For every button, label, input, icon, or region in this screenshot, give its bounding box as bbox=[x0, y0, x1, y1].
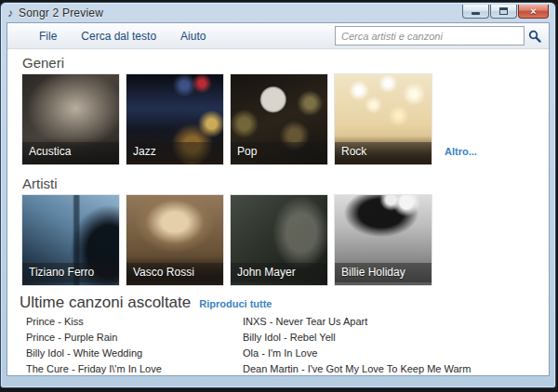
genre-tile-rock[interactable]: Rock bbox=[335, 74, 432, 164]
genre-tile-jazz[interactable]: Jazz bbox=[126, 74, 223, 164]
window-title: Songr 2 Preview bbox=[19, 7, 103, 20]
tile-label: Vasco Rossi bbox=[126, 263, 223, 282]
play-all-link[interactable]: Riproduci tutte bbox=[199, 298, 272, 309]
genres-heading: Generi bbox=[22, 55, 549, 71]
maximize-button[interactable] bbox=[490, 5, 517, 19]
recent-songs: Prince - Kiss Prince - Purple Rain Billy… bbox=[26, 314, 549, 375]
song-item[interactable]: Billy Idol - White Wedding bbox=[26, 346, 243, 361]
tile-label: Acustica bbox=[22, 142, 119, 162]
artists-tile-row: Tiziano Ferro Vasco Rossi John Mayer Bil… bbox=[22, 195, 549, 285]
genre-tile-pop[interactable]: Pop bbox=[231, 74, 327, 164]
tile-label: Tiziano Ferro bbox=[22, 263, 119, 282]
app-window: ♪ Songr 2 Preview × File Cerca dal testo… bbox=[0, 2, 556, 388]
genres-tile-row: Acustica Jazz Pop Rock Altro... bbox=[22, 74, 549, 164]
menu-file[interactable]: File bbox=[35, 27, 60, 46]
song-item[interactable]: Prince - Purple Rain bbox=[26, 330, 243, 346]
tile-label: Jazz bbox=[126, 142, 223, 162]
artist-tile-billie-holiday[interactable]: Billie Holiday bbox=[335, 195, 432, 285]
maximize-icon bbox=[499, 7, 508, 15]
song-item[interactable]: The Cure - Friday I\'m In Love bbox=[26, 361, 243, 375]
tile-label: Rock bbox=[335, 142, 432, 162]
genre-tile-acustica[interactable]: Acustica bbox=[22, 74, 119, 164]
artists-heading: Artisti bbox=[22, 176, 549, 191]
minimize-icon bbox=[472, 12, 480, 15]
client-area: File Cerca dal testo Aiuto Generi Acusti… bbox=[7, 22, 550, 376]
music-note-icon: ♪ bbox=[7, 7, 13, 19]
tile-label: Billie Holiday bbox=[335, 263, 432, 282]
tile-label: Pop bbox=[231, 142, 327, 162]
artist-tile-vasco-rossi[interactable]: Vasco Rossi bbox=[126, 195, 223, 285]
menu-cerca-dal-testo[interactable]: Cerca dal testo bbox=[77, 27, 160, 46]
recent-header-row: Ultime canzoni ascoltate Riproduci tutte bbox=[20, 293, 549, 312]
song-item[interactable]: Ola - I'm In Love bbox=[243, 346, 471, 361]
song-item[interactable]: Prince - Kiss bbox=[26, 314, 243, 330]
search-area bbox=[335, 26, 545, 46]
close-button[interactable]: × bbox=[518, 5, 549, 19]
recent-heading: Ultime canzoni ascoltate bbox=[20, 293, 191, 312]
more-genres-link[interactable]: Altro... bbox=[445, 146, 477, 157]
menu-bar: File Cerca dal testo Aiuto bbox=[7, 23, 549, 49]
songs-column-left: Prince - Kiss Prince - Purple Rain Billy… bbox=[26, 314, 243, 375]
search-input[interactable] bbox=[335, 26, 525, 46]
song-item[interactable]: Dean Martin - I've Got My Love To Keep M… bbox=[243, 361, 471, 375]
songs-column-right: INXS - Never Tear Us Apart Billy Idol - … bbox=[243, 314, 471, 375]
tile-label: John Mayer bbox=[231, 263, 327, 282]
minimize-button[interactable] bbox=[462, 5, 489, 19]
menu-aiuto[interactable]: Aiuto bbox=[177, 27, 209, 46]
song-item[interactable]: INXS - Never Tear Us Apart bbox=[243, 314, 471, 330]
artist-tile-john-mayer[interactable]: John Mayer bbox=[231, 195, 327, 285]
search-icon bbox=[528, 30, 541, 43]
window-controls: × bbox=[462, 5, 549, 19]
song-item[interactable]: Billy Idol - Rebel Yell bbox=[243, 330, 471, 346]
main-content: Generi Acustica Jazz Pop Rock Altro... A… bbox=[7, 49, 549, 375]
artist-tile-tiziano-ferro[interactable]: Tiziano Ferro bbox=[22, 195, 119, 285]
title-bar: ♪ Songr 2 Preview × bbox=[1, 3, 555, 22]
search-button[interactable] bbox=[525, 26, 545, 46]
